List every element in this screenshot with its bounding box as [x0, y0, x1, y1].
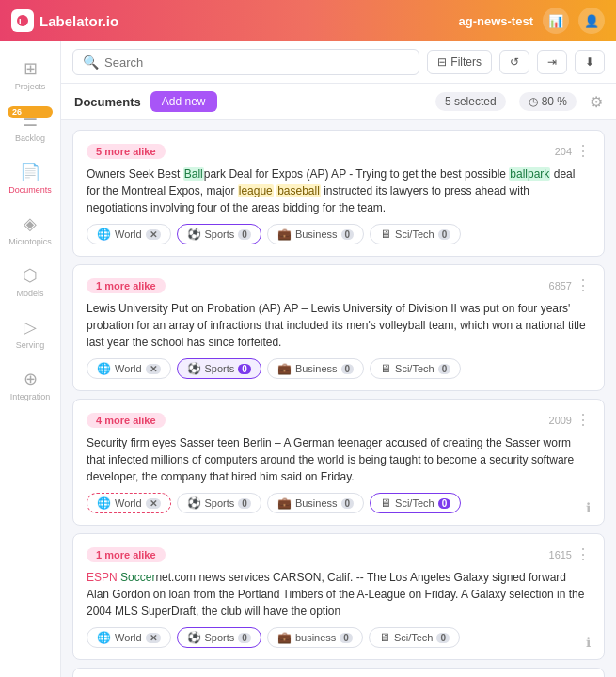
card-header-0: 5 more alike 204 ⋮ [87, 142, 591, 160]
sidebar: ⊞ Projects ☰ Backlog 26 📄 Documents ◈ Mi… [0, 41, 61, 677]
sidebar-item-documents[interactable]: 📄 Documents [0, 154, 60, 202]
doc-card-2: 4 more alike 2009 ⋮ Security firm eyes S… [72, 399, 605, 526]
world-icon-3: 🌐 [97, 631, 111, 644]
sidebar-item-integration[interactable]: ⊕ Integration [0, 361, 60, 409]
sports-icon-0: ⚽ [187, 228, 201, 241]
search-icon: 🔍 [83, 55, 99, 70]
documents-label: Documents [74, 95, 141, 109]
sports-icon-2: ⚽ [187, 496, 201, 510]
sports-icon-3: ⚽ [187, 631, 201, 644]
sports-count-2: 0 [238, 498, 251, 509]
tag-business-0[interactable]: 💼 Business 0 [267, 224, 364, 244]
documents-header: Documents Add new 5 selected ◷ 80 % ⚙ [61, 84, 616, 120]
tag-business-1[interactable]: 💼 Business 0 [267, 358, 364, 379]
kebab-menu-1[interactable]: ⋮ [576, 276, 591, 294]
main-area: 🔍 ⊟ Filters ↺ ⇥ ⬇ Documents Add new 5 [61, 41, 616, 677]
scitech-icon-0: 🖥 [380, 228, 391, 241]
svg-text:L: L [19, 17, 24, 26]
more-alike-badge-1[interactable]: 1 more alike [87, 278, 166, 293]
doc-card-0: 5 more alike 204 ⋮ Owners Seek Best Ball… [72, 130, 605, 257]
search-input[interactable] [104, 55, 409, 70]
highlight-soccer: Soccer [120, 571, 155, 584]
tag-scitech-1[interactable]: 🖥 Sci/Tech 0 [370, 358, 461, 379]
business-icon-3: 💼 [277, 631, 292, 644]
scitech-count-2: 0 [438, 498, 451, 509]
column-settings-icon[interactable]: ⚙ [590, 93, 603, 111]
tag-sports-0[interactable]: ⚽ Sports 0 [177, 224, 261, 244]
sidebar-item-models[interactable]: ⬡ Models [0, 258, 60, 306]
highlight-espn: ESPN [87, 571, 118, 584]
serving-icon: ▷ [24, 317, 37, 338]
user-icon[interactable]: 👤 [578, 8, 605, 34]
documents-icon: 📄 [20, 162, 40, 182]
toolbar: 🔍 ⊟ Filters ↺ ⇥ ⬇ [61, 41, 616, 84]
sports-count-3: 0 [238, 633, 251, 643]
add-new-button[interactable]: Add new [150, 91, 217, 112]
sidebar-item-microtopics[interactable]: ◈ Microtopics [0, 206, 60, 254]
business-icon-2: 💼 [277, 496, 292, 510]
more-alike-badge-0[interactable]: 5 more alike [87, 144, 166, 159]
kebab-menu-0[interactable]: ⋮ [576, 142, 591, 160]
kebab-menu-3[interactable]: ⋮ [576, 545, 591, 563]
kebab-menu-2[interactable]: ⋮ [576, 411, 591, 429]
highlight-ballpark2-0: ballpark [509, 167, 550, 181]
business-count-0: 0 [341, 229, 355, 240]
card-header-3: 1 more alike 1615 ⋮ [87, 545, 591, 563]
logo[interactable]: L Labelator.io [11, 9, 118, 32]
integration-icon: ⊕ [24, 369, 38, 389]
tags-row-3: 🌐 World ✕ ⚽ Sports 0 💼 business 0 [87, 627, 591, 648]
tag-scitech-0[interactable]: 🖥 Sci/Tech 0 [370, 224, 461, 244]
sidebar-item-projects[interactable]: ⊞ Projects [0, 51, 60, 99]
doc-id-3: 1615 [549, 549, 572, 560]
topbar-username: ag-news-test [459, 14, 533, 28]
tags-row-2: 🌐 World ✕ ⚽ Sports 0 💼 Business 0 [87, 493, 591, 513]
business-count-2: 0 [341, 498, 355, 509]
info-icon-2[interactable]: ℹ [586, 500, 591, 515]
filter-icon: ⊟ [437, 55, 447, 69]
tag-scitech-3[interactable]: 🖥 Sci/Tech 0 [369, 627, 460, 648]
selected-count: 5 selected [445, 95, 497, 108]
tag-world-0[interactable]: 🌐 World ✕ [87, 224, 171, 244]
highlight-ballpark-0: Ball [183, 167, 204, 181]
logo-icon: L [11, 9, 34, 32]
business-count-1: 0 [341, 364, 355, 374]
doc-id-1: 6857 [549, 280, 572, 291]
sports-icon-1: ⚽ [187, 362, 201, 375]
search-box[interactable]: 🔍 [72, 49, 419, 75]
tag-world-1[interactable]: 🌐 World ✕ [87, 358, 171, 379]
topbar: L Labelator.io ag-news-test 📊 👤 [0, 0, 616, 41]
logo-text: Labelator.io [39, 13, 118, 29]
scitech-icon-3: 🖥 [379, 631, 390, 644]
highlight-baseball-0: baseball [276, 184, 321, 197]
world-icon-1: 🌐 [97, 362, 111, 375]
tags-row-1: 🌐 World ✕ ⚽ Sports 0 💼 Business 0 [87, 358, 591, 379]
stats-icon[interactable]: 📊 [543, 8, 569, 34]
tag-sports-3[interactable]: ⚽ Sports 0 [177, 627, 261, 648]
tag-business-2[interactable]: 💼 Business 0 [267, 493, 364, 513]
tag-world-2[interactable]: 🌐 World ✕ [87, 493, 171, 513]
card-header-1: 1 more alike 6857 ⋮ [87, 276, 591, 294]
export-button-1[interactable]: ⇥ [537, 50, 567, 74]
progress-icon: ◷ [529, 95, 538, 108]
tags-row-0: 🌐 World ✕ ⚽ Sports 0 💼 Business 0 [87, 224, 591, 244]
more-alike-badge-3[interactable]: 1 more alike [87, 547, 166, 562]
tag-business-3[interactable]: 💼 business 0 [267, 627, 363, 648]
more-alike-badge-2[interactable]: 4 more alike [87, 413, 166, 428]
sidebar-item-backlog[interactable]: ☰ Backlog 26 [0, 102, 60, 150]
sports-count-1: 0 [238, 364, 251, 374]
world-count-1: ✕ [146, 364, 161, 374]
info-icon-3[interactable]: ℹ [586, 635, 591, 650]
sidebar-item-serving[interactable]: ▷ Serving [0, 309, 60, 357]
export-icon-1: ⇥ [547, 55, 557, 69]
tag-scitech-2[interactable]: 🖥 Sci/Tech 0 [370, 493, 461, 513]
tag-world-3[interactable]: 🌐 World ✕ [87, 627, 171, 648]
filter-button[interactable]: ⊟ Filters [427, 50, 492, 74]
tag-sports-1[interactable]: ⚽ Sports 0 [177, 358, 261, 379]
export-button-2[interactable]: ⬇ [575, 50, 605, 74]
refresh-button[interactable]: ↺ [499, 50, 529, 74]
doc-id-0: 204 [555, 146, 572, 157]
doc-text-0: Owners Seek Best Ballpark Deal for Expos… [87, 165, 591, 216]
tag-sports-2[interactable]: ⚽ Sports 0 [177, 493, 261, 513]
projects-icon: ⊞ [24, 58, 38, 79]
scitech-icon-1: 🖥 [380, 362, 391, 375]
